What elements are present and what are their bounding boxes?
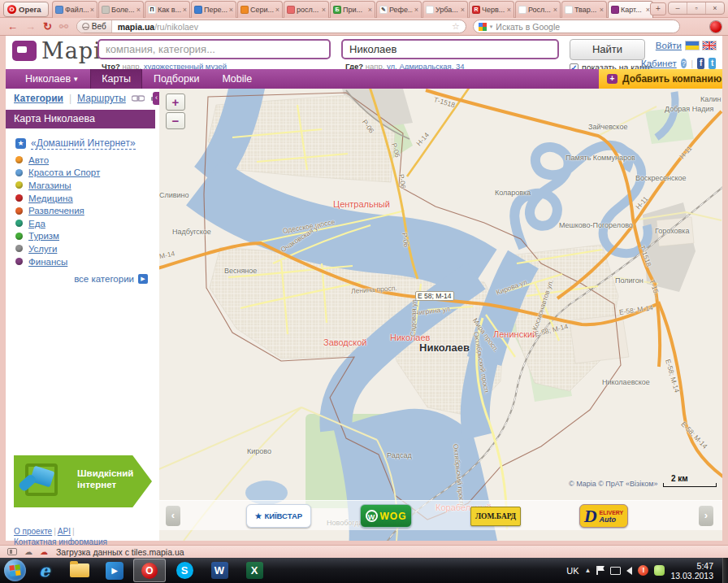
browser-tab[interactable]: Твар...× <box>561 1 607 18</box>
tab-close-icon[interactable]: × <box>600 6 604 14</box>
nav-item-николаев[interactable]: Николаев ▼ <box>14 69 90 89</box>
network-icon[interactable] <box>610 567 621 575</box>
ad-banner[interactable]: Швидкісний інтернет <box>14 455 152 507</box>
google-search-field[interactable]: ▾ Искать в Google <box>473 20 680 33</box>
kyivstar-logo[interactable]: ★ КИЇВСТАР <box>246 504 311 528</box>
uk-flag-icon[interactable] <box>703 41 716 50</box>
footer-link[interactable]: О проекте <box>14 527 52 536</box>
maximize-button[interactable]: ▫ <box>687 2 706 14</box>
opera-menu-button[interactable]: O Opera <box>3 2 49 17</box>
featured-link[interactable]: «Домашний Интернет» <box>31 137 136 150</box>
zoom-in-button[interactable]: + <box>166 94 185 111</box>
category-link[interactable]: Магазины <box>28 181 72 190</box>
browser-tab[interactable]: Росл...× <box>515 1 561 18</box>
nav-item-подборки[interactable]: Подборки <box>142 69 210 89</box>
show-desktop-button[interactable] <box>722 558 728 583</box>
search-engine-caret[interactable]: ▾ <box>490 24 493 30</box>
tab-close-icon[interactable]: × <box>368 6 372 14</box>
add-company-button[interactable]: + Добавить компанию <box>599 69 722 89</box>
key-icon[interactable]: ⚯ <box>59 20 68 33</box>
back-button[interactable]: ← <box>7 20 18 33</box>
browser-tab[interactable]: Карт...× <box>608 1 653 18</box>
bookmark-star-icon[interactable]: ☆ <box>452 21 466 32</box>
browser-tab[interactable]: ✎Рефе...× <box>376 1 422 18</box>
browser-tab[interactable]: ПКак в...× <box>145 1 190 18</box>
browser-tab[interactable]: Боле...× <box>98 1 144 18</box>
featured-category[interactable]: ★ «Домашний Интернет» <box>15 137 136 150</box>
strip-right-arrow[interactable]: › <box>699 506 713 526</box>
what-search-input[interactable]: компания, категория... <box>98 39 331 59</box>
tab-close-icon[interactable]: × <box>507 6 511 14</box>
map[interactable]: СливиноНадбугскоеВесняноеКировоРадсадКол… <box>159 89 722 541</box>
minimize-button[interactable]: – <box>669 2 687 14</box>
login-link[interactable]: Войти <box>656 41 682 50</box>
link-icon[interactable] <box>132 94 145 102</box>
tab-close-icon[interactable]: × <box>183 6 187 14</box>
url-field[interactable]: Веб mapia.ua/ru/nikolaev ☆ <box>76 20 466 33</box>
footer-link[interactable]: API <box>58 527 71 536</box>
category-link[interactable]: Еда <box>28 219 46 228</box>
strip-left-arrow[interactable]: ‹ <box>166 506 180 526</box>
tab-close-icon[interactable]: × <box>229 6 233 14</box>
delivery-auto-logo[interactable]: D ELIVERY Auto <box>579 504 628 528</box>
category-link[interactable]: Медицина <box>28 194 73 203</box>
antivirus-icon[interactable] <box>654 565 665 576</box>
browser-tab[interactable]: Пере...× <box>191 1 236 18</box>
taskbar-explorer-button[interactable] <box>63 559 96 582</box>
reload-button[interactable]: ↻ <box>43 20 52 33</box>
help-icon[interactable]: ? <box>681 59 687 68</box>
cloud-icon[interactable]: ☁ <box>24 547 32 556</box>
volume-icon[interactable] <box>626 567 632 575</box>
tab-close-icon[interactable]: × <box>553 6 557 14</box>
browser-tab[interactable]: росл...× <box>284 1 329 18</box>
opera-turbo-icon[interactable] <box>710 21 722 33</box>
taskbar-ie-button[interactable]: e <box>28 559 61 582</box>
category-link[interactable]: Авто <box>28 155 49 165</box>
nav-item-карты[interactable]: Карты <box>90 69 142 89</box>
web-dropdown-button[interactable]: Веб <box>77 20 112 33</box>
category-link[interactable]: Туризм <box>28 231 59 241</box>
zoom-out-button[interactable]: − <box>166 112 185 129</box>
find-button[interactable]: Найти <box>570 39 645 60</box>
browser-tab[interactable]: Сери...× <box>237 1 283 18</box>
all-categories-link[interactable]: все категории ▶ <box>74 274 148 284</box>
tab-close-icon[interactable]: × <box>322 6 326 14</box>
action-center-flag-icon[interactable] <box>596 566 604 575</box>
taskbar-skype-button[interactable]: S <box>168 559 201 582</box>
turbo-cloud-icon[interactable]: ☁ <box>40 547 48 556</box>
new-tab-button[interactable]: + <box>650 2 666 15</box>
category-link[interactable]: Финансы <box>28 257 67 267</box>
tab-close-icon[interactable]: × <box>275 6 280 14</box>
alert-icon[interactable]: ! <box>638 565 648 576</box>
wog-logo[interactable]: W WOG <box>360 504 412 528</box>
taskbar-excel-button[interactable]: X <box>238 559 271 582</box>
clock[interactable]: 5:47 13.03.2013 <box>670 561 713 581</box>
tab-close-icon[interactable]: × <box>90 6 94 14</box>
panels-toggle-icon[interactable] <box>7 548 17 555</box>
taskbar-media-player-button[interactable]: ▶ <box>98 559 131 582</box>
category-link[interactable]: Развлечения <box>28 206 84 215</box>
category-link[interactable]: Услуги <box>28 244 57 254</box>
sidebar-tab-routes[interactable]: Маршруты <box>77 93 126 104</box>
facebook-icon[interactable]: f <box>697 58 704 69</box>
taskbar-word-button[interactable]: W <box>203 559 236 582</box>
taskbar-opera-button[interactable]: O <box>133 559 166 582</box>
browser-tab[interactable]: Урба...× <box>422 1 468 18</box>
start-button[interactable] <box>4 559 26 581</box>
close-button[interactable]: × <box>706 2 724 14</box>
browser-tab[interactable]: RЧерв...× <box>469 1 514 18</box>
lombard-logo[interactable]: ЛОМ.БАРД <box>470 507 521 526</box>
tray-expand-icon[interactable]: ▲ <box>585 567 592 574</box>
category-link[interactable]: Красота и Спорт <box>28 168 100 177</box>
tab-close-icon[interactable]: × <box>461 6 465 14</box>
ukraine-flag-icon[interactable] <box>686 41 699 50</box>
where-search-input[interactable]: Николаев <box>341 39 559 59</box>
sidebar-tab-categories[interactable]: Категории <box>14 93 63 104</box>
browser-tab[interactable]: Файл...× <box>52 1 98 18</box>
forward-button[interactable]: → <box>25 20 36 33</box>
nav-item-mobile[interactable]: Mobile <box>210 69 263 89</box>
browser-tab[interactable]: БПри...× <box>330 1 375 18</box>
language-indicator[interactable]: UK <box>566 566 578 576</box>
tab-close-icon[interactable]: × <box>414 6 418 14</box>
twitter-icon[interactable]: t <box>708 58 716 69</box>
